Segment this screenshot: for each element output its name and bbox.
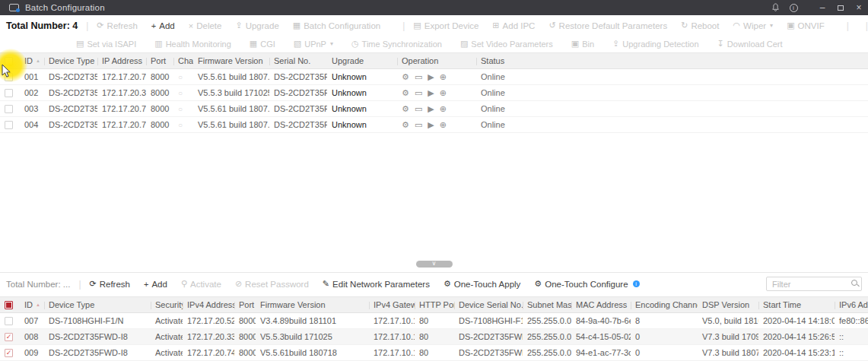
web-browser-icon[interactable]: ⊕ <box>440 104 447 114</box>
row-checkbox[interactable] <box>5 317 13 325</box>
sort-asc-icon[interactable]: ▲ <box>36 59 40 63</box>
table-row[interactable]: 002 DS-2CD2T35F... 172.17.20.33 8000 ○ V… <box>0 85 868 101</box>
edit-network-parameters-button[interactable]: ✎Edit Network Parameters <box>323 279 430 289</box>
column-header-device-serial[interactable]: Device Serial No. <box>454 297 523 312</box>
column-header-status[interactable]: Status <box>476 53 868 68</box>
table-row[interactable]: ✓ 009 DS-2CD2T35FWD-I8 Activated 172.17.… <box>0 345 868 361</box>
batch-configuration-button[interactable]: ▦Batch Configuration <box>293 21 380 30</box>
remote-config-icon[interactable]: ▭ <box>415 104 422 114</box>
channel-expander-icon[interactable]: ○ <box>178 105 183 113</box>
delete-button[interactable]: ×Delete <box>189 21 222 30</box>
web-browser-icon[interactable]: ⊕ <box>440 88 447 98</box>
live-view-icon[interactable]: ▶ <box>428 72 434 82</box>
column-header-operation[interactable]: Operation <box>397 53 476 68</box>
web-browser-icon[interactable]: ⊕ <box>440 120 447 130</box>
column-header-upgrade[interactable]: Upgrade <box>327 53 397 68</box>
column-header-ipv4[interactable]: IPv4 Address <box>183 297 234 312</box>
collapse-panel-button[interactable]: ∨ <box>416 261 453 268</box>
set-via-isapi-button[interactable]: ▤Set via ISAPI <box>76 39 136 49</box>
row-checkbox[interactable] <box>5 121 13 129</box>
column-header-encoding-channel[interactable]: Encoding Channel <box>631 297 698 312</box>
reboot-button[interactable]: ↻Reboot <box>681 21 719 30</box>
upnp-dropdown-button[interactable]: ▧UPnP▾ <box>294 39 333 49</box>
column-header-ip-address[interactable]: IP Address <box>97 53 146 68</box>
upgrading-detection-button[interactable]: ⇪Upgrading Detection <box>612 39 699 49</box>
top-toolbar: Total Number: 4 | ⟳Refresh +Add ×Delete … <box>0 15 868 36</box>
channel-expander-icon[interactable]: ○ <box>178 89 183 97</box>
settings-gear-icon[interactable]: ⚙ <box>402 104 409 114</box>
restore-default-parameters-button[interactable]: ↺Restore Default Parameters <box>548 21 667 30</box>
info-dot-icon[interactable]: i <box>633 280 640 287</box>
activate-button[interactable]: ⚲Activate <box>181 279 221 289</box>
add-ipc-button[interactable]: ⊞Add IPC <box>492 21 535 30</box>
bin-button[interactable]: ▣Bin <box>571 39 594 49</box>
column-header-dsp-version[interactable]: DSP Version <box>698 297 758 312</box>
set-video-parameters-button[interactable]: ▨Set Video Parameters <box>460 39 553 49</box>
reset-password-button[interactable]: ⊘Reset Password <box>235 279 309 289</box>
remote-config-icon[interactable]: ▭ <box>415 88 422 98</box>
onvif-button[interactable]: ▣ONVIF <box>787 21 825 30</box>
channel-expander-icon[interactable]: ○ <box>178 121 183 129</box>
live-view-icon[interactable]: ▶ <box>428 120 434 130</box>
table-row[interactable]: 001 DS-2CD2T35F... 172.17.20.74 8000 ○ V… <box>0 69 868 85</box>
row-checkbox-checked[interactable]: ✓ <box>5 349 13 357</box>
wiper-dropdown-button[interactable]: ◠Wiper▾ <box>733 21 773 30</box>
table-row[interactable]: 004 DS-2CD2T35F... 172.17.20.78 8000 ○ V… <box>0 117 868 133</box>
row-checkbox[interactable] <box>5 105 13 113</box>
time-synchronization-button[interactable]: ◷Time Synchronization <box>351 39 442 49</box>
batch-configuration-window: Batch Configuration i – × Total Number: … <box>0 0 868 361</box>
column-header-channel[interactable]: Chan... <box>173 53 193 68</box>
column-header-subnet-mask[interactable]: Subnet Mask <box>523 297 571 312</box>
web-browser-icon[interactable]: ⊕ <box>440 72 447 82</box>
close-button[interactable]: × <box>850 0 868 15</box>
column-header-device-type[interactable]: Device Type <box>44 53 97 68</box>
reset-password-icon: ⊘ <box>235 279 242 289</box>
live-view-icon[interactable]: ▶ <box>428 88 434 98</box>
row-checkbox[interactable] <box>5 73 13 81</box>
add-button[interactable]: +Add <box>151 21 175 30</box>
settings-gear-icon[interactable]: ⚙ <box>402 72 409 82</box>
refresh-button[interactable]: ⟳Refresh <box>97 21 138 30</box>
remote-config-icon[interactable]: ▭ <box>415 120 422 130</box>
row-checkbox[interactable] <box>5 89 13 97</box>
column-header-ipv6[interactable]: IPv6 Address <box>835 297 868 312</box>
remote-config-icon[interactable]: ▭ <box>415 72 422 82</box>
column-header-port[interactable]: Port <box>146 53 173 68</box>
column-header-gateway[interactable]: IPv4 Gateway <box>369 297 415 312</box>
minimize-button[interactable]: – <box>813 0 831 15</box>
settings-gear-icon[interactable]: ⚙ <box>402 88 409 98</box>
table-row[interactable]: 003 DS-2CD2T35F... 172.17.20.75 8000 ○ V… <box>0 101 868 117</box>
live-view-icon[interactable]: ▶ <box>428 104 434 114</box>
table-row[interactable]: ✓ 008 DS-2CD2T35FWD-I8 Activated 172.17.… <box>0 329 868 345</box>
settings-gear-icon[interactable]: ⚙ <box>402 120 409 130</box>
column-header-mac[interactable]: MAC Address <box>571 297 631 312</box>
refresh-icon: ⟳ <box>97 21 103 30</box>
help-info-icon[interactable]: i <box>784 0 803 15</box>
health-monitoring-button[interactable]: ▥Health Monitoring <box>154 39 231 49</box>
sort-asc-icon[interactable]: ▲ <box>36 302 40 307</box>
cgi-button[interactable]: ▦CGI <box>250 39 275 49</box>
column-header-device-type[interactable]: Device Type <box>44 297 151 312</box>
column-header-start-time[interactable]: Start Time <box>758 297 835 312</box>
column-header-firmware[interactable]: Firmware Version <box>256 297 369 312</box>
export-device-button[interactable]: ▤Export Device <box>413 21 479 30</box>
column-header-port[interactable]: Port <box>234 297 256 312</box>
download-cert-button[interactable]: ↧Download Cert <box>717 39 783 49</box>
row-checkbox-checked[interactable]: ✓ <box>5 333 13 341</box>
column-header-http-port[interactable]: HTTP Port <box>415 297 454 312</box>
one-touch-configure-button[interactable]: ⚙One-Touch Configurei <box>534 279 639 289</box>
select-all-checkbox[interactable] <box>5 57 13 65</box>
upgrade-button[interactable]: ⇪Upgrade <box>235 21 278 30</box>
restore-button[interactable] <box>831 0 850 15</box>
one-touch-apply-button[interactable]: ⚙One-Touch Apply <box>444 279 520 289</box>
column-header-serial[interactable]: Serial No. <box>269 53 327 68</box>
select-all-checkbox-indeterminate[interactable] <box>5 301 13 309</box>
refresh-button[interactable]: ⟳Refresh <box>90 279 131 289</box>
channel-expander-icon[interactable]: ○ <box>178 73 183 81</box>
notification-bell-icon[interactable] <box>766 0 784 15</box>
filter-input[interactable] <box>766 277 862 291</box>
table-row[interactable]: 007 DS-7108HGHI-F1/N Activated 172.17.20… <box>0 313 868 329</box>
column-header-security[interactable]: Security <box>151 297 183 312</box>
add-button[interactable]: +Add <box>144 280 167 289</box>
column-header-firmware[interactable]: Firmware Version <box>193 53 269 68</box>
